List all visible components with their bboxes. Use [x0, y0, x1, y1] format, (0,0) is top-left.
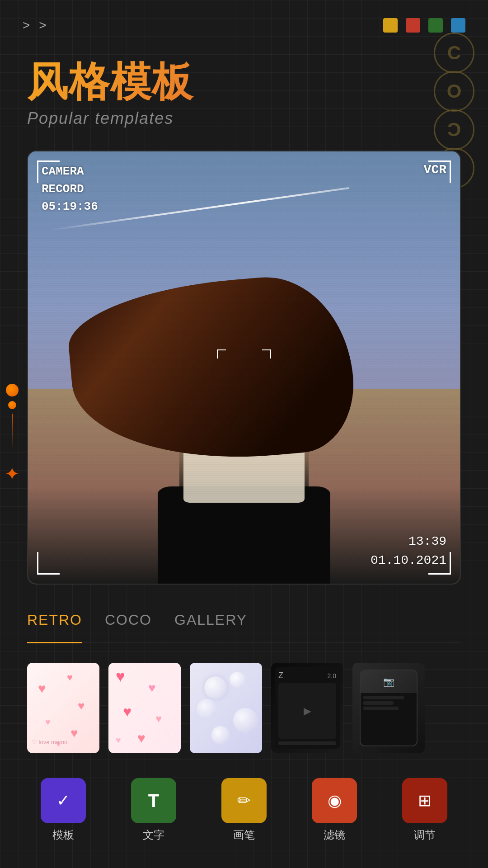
timecode: 05:19:36 — [42, 198, 98, 216]
swatch-red[interactable] — [406, 18, 420, 33]
checkmark-icon: ✓ — [56, 791, 70, 810]
tool-adjust[interactable]: ⊞ 调节 — [380, 778, 470, 842]
brush-label: 画笔 — [233, 828, 255, 842]
photo-date: 01.10.2021 — [371, 551, 446, 570]
back-arrow[interactable]: > — [23, 18, 30, 33]
filter-label: 滤镜 — [324, 828, 345, 842]
bottom-toolbar: ✓ 模板 T 文字 ✏ 画笔 ◉ 滤镜 ⊞ 调节 — [0, 769, 488, 851]
tool-text[interactable]: T 文字 — [108, 778, 199, 842]
template-icon: ✓ — [41, 778, 86, 823]
thumbnail-4[interactable]: Z 2.0 ▶ — [271, 663, 343, 753]
record-label: RECORD — [42, 180, 98, 198]
orange-circle-large — [6, 384, 19, 396]
focus-tr — [262, 349, 271, 359]
text-t-icon: T — [148, 791, 159, 811]
forward-arrow[interactable]: > — [39, 18, 46, 33]
vcr-label: VCR — [424, 163, 446, 177]
coco-letter-c1: C — [434, 33, 474, 73]
tab-coco[interactable]: COCO — [105, 612, 152, 635]
corner-bracket-bl — [37, 552, 60, 575]
photo-container: CAMERA RECORD 05:19:36 VCR 13:39 01.10.2… — [27, 151, 461, 585]
top-bar: > > — [0, 0, 488, 42]
thumbnails-row: ♥ ♥ ♥ ♥ ♥ ♥ ♡ love memo ♥ ♥ ♥ ♥ ♥ ♥ — [0, 651, 488, 764]
app-container: > > 风格模板 Popular templates C O C O ✦ — [0, 0, 488, 868]
text-icon: T — [131, 778, 176, 823]
thumbnail-1[interactable]: ♥ ♥ ♥ ♥ ♥ ♥ ♡ love memo — [27, 663, 99, 753]
coco-letter-o1: O — [434, 71, 474, 112]
tab-retro[interactable]: RETRO — [27, 612, 82, 643]
swatch-green[interactable] — [428, 18, 443, 33]
tool-filter[interactable]: ◉ 滤镜 — [289, 778, 380, 842]
orange-circle-small — [8, 401, 16, 409]
focus-tl — [217, 349, 226, 359]
camera-label: CAMERA — [42, 163, 98, 180]
filter-circle-icon: ◉ — [328, 791, 342, 810]
photo-frame: CAMERA RECORD 05:19:36 VCR 13:39 01.10.2… — [28, 151, 460, 584]
adjust-icon: ⊞ — [402, 778, 447, 823]
template-label: 模板 — [52, 828, 74, 842]
main-title: 风格模板 — [27, 60, 461, 104]
tabs: RETRO COCO GALLERY — [27, 612, 461, 642]
adjust-grid-icon: ⊞ — [418, 791, 432, 810]
center-focus — [217, 349, 271, 386]
title-section: 风格模板 Popular templates C O C O — [0, 42, 488, 137]
adjust-label: 调节 — [414, 828, 436, 842]
tabs-section: RETRO COCO GALLERY — [0, 598, 488, 651]
nav-arrows: > > — [23, 18, 47, 33]
sub-title: Popular templates — [27, 109, 461, 128]
color-swatches — [383, 18, 465, 33]
photo-time: 13:39 — [371, 532, 446, 551]
tool-brush[interactable]: ✏ 画笔 — [199, 778, 289, 842]
filter-icon: ◉ — [312, 778, 357, 823]
thumbnail-5[interactable]: 📷 — [352, 663, 425, 753]
vertical-line — [12, 414, 13, 450]
coco-letter-c2: C — [434, 109, 474, 150]
swatch-blue[interactable] — [451, 18, 465, 33]
left-sidebar-decorations: ✦ — [5, 384, 20, 484]
thumbnail-3[interactable] — [190, 663, 262, 753]
swatch-gold[interactable] — [383, 18, 398, 33]
vcr-timestamp: 13:39 01.10.2021 — [371, 532, 446, 570]
text-label: 文字 — [143, 828, 164, 842]
brush-icon: ✏ — [221, 778, 267, 823]
tab-gallery[interactable]: GALLERY — [174, 612, 247, 635]
tool-template[interactable]: ✓ 模板 — [18, 778, 108, 842]
brush-pencil-icon: ✏ — [237, 791, 251, 810]
thumbnail-2[interactable]: ♥ ♥ ♥ ♥ ♥ ♥ — [108, 663, 181, 753]
star-decoration: ✦ — [5, 463, 20, 484]
vcr-text-overlay: CAMERA RECORD 05:19:36 — [42, 163, 98, 216]
